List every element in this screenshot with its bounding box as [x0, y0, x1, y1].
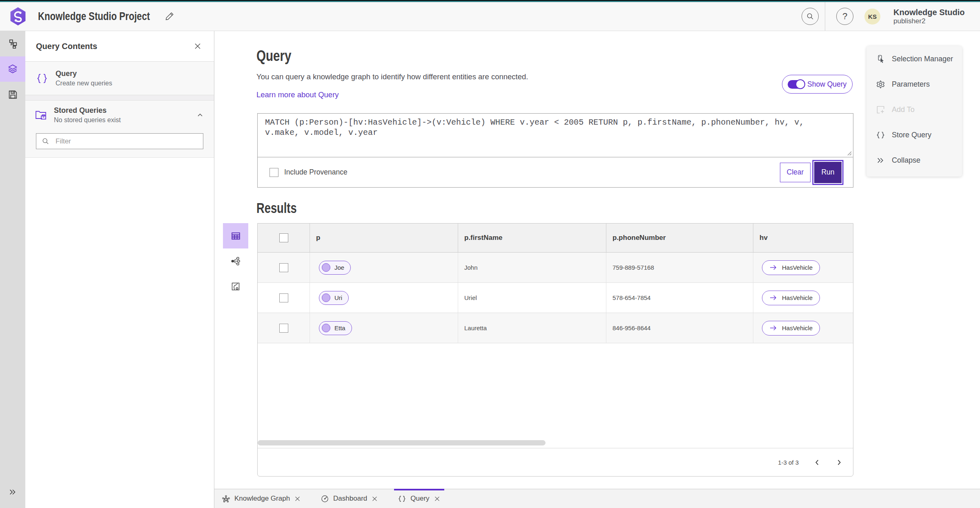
query-textarea[interactable]: MATCH (p:Person)-[hv:HasVehicle]->(v:Veh… — [258, 114, 853, 157]
braces-icon — [36, 72, 48, 85]
tab-label: Knowledge Graph — [234, 495, 290, 503]
row-cell-phonenumber: 846-956-8644 — [606, 313, 753, 343]
entity-dot-icon — [322, 324, 330, 332]
expand-icon — [8, 488, 17, 497]
select-all-checkbox[interactable] — [279, 233, 288, 242]
relationship-pill[interactable]: HasVehicle — [762, 291, 820, 305]
edit-title-button[interactable] — [165, 11, 175, 22]
row-cell-relationship: HasVehicle — [753, 313, 853, 343]
avatar[interactable]: KS — [864, 9, 880, 25]
query-item-subtitle: Create new queries — [56, 80, 112, 87]
query-editor: MATCH (p:Person)-[hv:HasVehicle]->(v:Veh… — [257, 113, 853, 188]
store-query-icon — [875, 130, 886, 140]
relationship-pill[interactable]: HasVehicle — [762, 260, 820, 275]
previous-page-button[interactable] — [813, 458, 822, 466]
relationship-pill[interactable]: HasVehicle — [762, 321, 820, 336]
arrow-right-icon — [769, 324, 777, 332]
row-cell-phonenumber: 759-889-57168 — [606, 253, 753, 282]
menu-item-store-query[interactable]: Store Query — [866, 122, 962, 148]
include-provenance-label: Include Provenance — [284, 168, 347, 177]
tab-knowledge-graph[interactable]: Knowledge Graph — [218, 489, 305, 508]
layers-icon — [7, 64, 18, 74]
header-cell[interactable]: p — [310, 224, 458, 252]
chevron-right-icon — [835, 459, 843, 466]
header-cell[interactable]: p.firstName — [458, 224, 606, 252]
tab-close-icon[interactable] — [371, 495, 378, 502]
stored-queries-title: Stored Queries — [54, 106, 121, 115]
menu-item-selection-manager[interactable]: Selection Manager — [866, 46, 962, 72]
row-cell-firstname: Lauretta — [458, 313, 606, 343]
show-query-toggle[interactable]: Show Query — [782, 75, 853, 94]
scrollbar-thumb[interactable] — [258, 440, 546, 445]
collapse-section-button[interactable] — [196, 111, 204, 119]
help-button[interactable]: ? — [836, 8, 853, 25]
table-row: UriUriel578-654-7854HasVehicle — [258, 283, 853, 313]
search-button[interactable] — [802, 8, 819, 25]
data-model-icon — [8, 39, 18, 49]
entity-pill[interactable]: Joe — [319, 261, 351, 275]
map-view-button[interactable] — [223, 274, 248, 299]
dashboard-icon — [321, 495, 329, 503]
app-logo-icon — [9, 7, 27, 26]
learn-more-link[interactable]: Learn more about Query — [256, 90, 339, 99]
selection-manager-icon — [875, 54, 886, 64]
tab-close-icon[interactable] — [434, 495, 441, 502]
panel-close-button[interactable] — [193, 40, 204, 52]
row-checkbox[interactable] — [279, 293, 288, 302]
app-header: Knowledge Studio Project ? — [0, 2, 980, 31]
filter-box — [36, 133, 203, 149]
close-icon — [193, 41, 203, 51]
entity-name: Uri — [334, 294, 342, 301]
graph-view-button[interactable] — [223, 248, 248, 274]
header-cell[interactable]: p.phoneNumber — [606, 224, 753, 252]
entity-name: Joe — [334, 264, 344, 271]
panel-header: Query Contents — [25, 31, 214, 61]
rail-data-model-button[interactable] — [0, 31, 25, 56]
stored-queries-header[interactable]: Stored Queries No stored queries exist — [34, 106, 204, 124]
results-view-switcher — [223, 223, 248, 299]
left-icon-rail — [0, 31, 25, 508]
row-checkbox[interactable] — [279, 263, 288, 272]
filter-input[interactable] — [56, 137, 198, 145]
rail-save-button[interactable] — [0, 82, 25, 107]
menu-item-label: Selection Manager — [892, 55, 953, 63]
entity-pill[interactable]: Etta — [319, 321, 352, 335]
row-checkbox[interactable] — [279, 324, 288, 333]
stored-queries-folder-icon — [34, 109, 47, 122]
header-cell[interactable]: hv — [753, 224, 853, 252]
add-to-icon — [875, 105, 886, 114]
resize-grip-icon[interactable] — [847, 151, 852, 156]
query-item-title: Query — [56, 69, 112, 78]
tab-query[interactable]: Query — [394, 489, 444, 508]
user-name: Knowledge Studio — [893, 8, 965, 17]
next-page-button[interactable] — [835, 458, 843, 466]
tab-dashboard[interactable]: Dashboard — [317, 489, 382, 508]
run-button[interactable]: Run — [814, 162, 842, 183]
table-view-button[interactable] — [223, 223, 248, 248]
horizontal-scrollbar — [258, 436, 853, 448]
results-table: p p.firstName p.phoneNumber hv JoeJohn75… — [257, 223, 853, 477]
show-query-label: Show Query — [807, 80, 846, 89]
collapse-icon — [875, 156, 886, 165]
query-page-title: Query — [256, 47, 292, 65]
arrow-right-icon — [769, 293, 777, 302]
menu-item-collapse[interactable]: Collapse — [866, 148, 962, 173]
top-strip-teal — [0, 1, 980, 2]
rail-layers-button[interactable] — [0, 56, 25, 82]
tab-close-icon[interactable] — [294, 495, 301, 502]
menu-item-parameters[interactable]: Parameters — [866, 72, 962, 97]
menu-item-add-to: Add To — [866, 97, 962, 122]
toggle-knob — [795, 79, 805, 89]
row-cell-select — [258, 283, 310, 313]
header-right: ? KS Knowledge Studio publisher2 — [802, 2, 980, 31]
rail-expand-button[interactable] — [0, 479, 25, 505]
bottom-tab-bar: Knowledge GraphDashboardQuery — [214, 489, 980, 508]
row-cell-relationship: HasVehicle — [753, 253, 853, 282]
relationship-name: HasVehicle — [782, 264, 813, 271]
tab-label: Query — [410, 495, 429, 503]
panel-item-query[interactable]: Query Create new queries — [25, 61, 214, 95]
clear-button[interactable]: Clear — [780, 163, 811, 182]
include-provenance-checkbox[interactable] — [270, 168, 278, 177]
relationship-name: HasVehicle — [782, 324, 813, 331]
entity-pill[interactable]: Uri — [319, 291, 349, 305]
